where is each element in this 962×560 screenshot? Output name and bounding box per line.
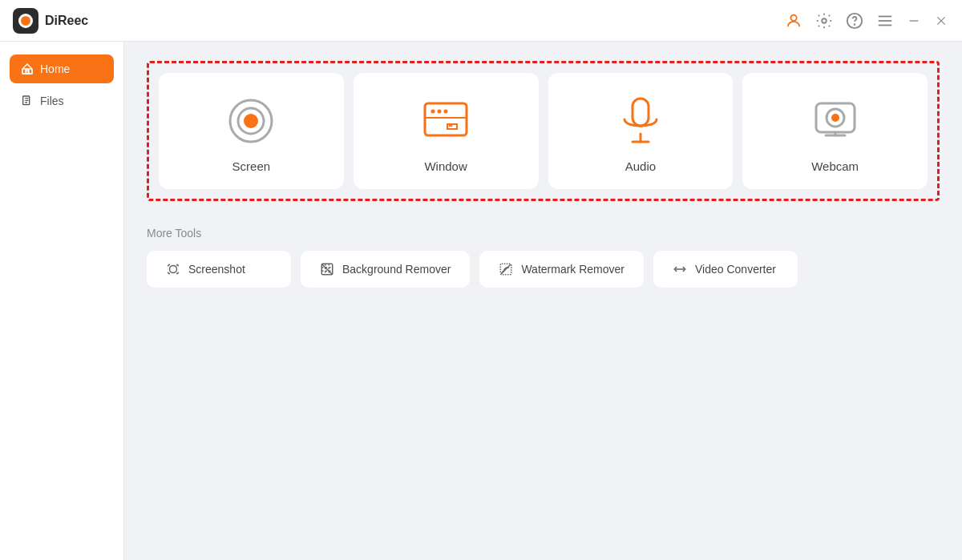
sidebar: Home Files	[0, 42, 124, 560]
svg-rect-10	[22, 69, 32, 74]
screenshot-label: Screenshot	[188, 263, 245, 276]
watermark-remover-icon	[499, 262, 513, 276]
svg-point-18	[444, 110, 448, 114]
app-name: DiReec	[45, 14, 88, 28]
screen-card[interactable]: Screen	[159, 73, 344, 189]
window-card[interactable]: Window	[354, 73, 539, 189]
files-icon	[21, 95, 34, 107]
svg-point-1	[822, 18, 827, 23]
svg-point-14	[244, 114, 258, 128]
screen-label: Screen	[232, 159, 271, 173]
screenshot-icon	[166, 262, 180, 276]
svg-rect-15	[425, 103, 467, 135]
screenshot-button[interactable]: Screenshot	[147, 251, 291, 288]
window-icon	[420, 95, 471, 147]
sidebar-files-label: Files	[40, 95, 64, 107]
webcam-label: Webcam	[811, 159, 859, 173]
close-button[interactable]	[933, 13, 949, 29]
titlebar-controls	[784, 11, 949, 30]
help-icon[interactable]	[845, 11, 864, 30]
audio-card[interactable]: Audio	[548, 73, 734, 189]
app-logo: DiReec	[13, 8, 88, 34]
main-content: Screen Window	[124, 42, 962, 560]
svg-point-17	[438, 110, 442, 114]
logo-icon	[13, 8, 38, 34]
sidebar-item-files[interactable]: Files	[10, 87, 114, 115]
svg-line-31	[177, 272, 179, 274]
svg-line-29	[177, 264, 179, 266]
svg-line-30	[168, 272, 169, 274]
settings-icon[interactable]	[814, 11, 834, 30]
tools-grid: Screenshot Background Remover	[147, 251, 940, 288]
video-converter-button[interactable]: Video Converter	[653, 251, 798, 288]
svg-rect-20	[633, 99, 649, 126]
more-tools-section: More Tools Screenshot	[147, 227, 940, 288]
svg-line-28	[168, 264, 169, 266]
recording-section: Screen Window	[147, 61, 940, 201]
menu-icon[interactable]	[875, 11, 895, 30]
audio-icon	[615, 95, 666, 147]
webcam-icon	[810, 95, 861, 147]
more-tools-title: More Tools	[147, 227, 940, 240]
svg-point-0	[790, 14, 796, 20]
sidebar-home-label: Home	[40, 62, 70, 75]
screen-icon	[225, 95, 277, 147]
logo-inner-circle	[18, 14, 33, 28]
app-body: Home Files Screen	[0, 42, 962, 560]
home-icon	[21, 62, 34, 75]
watermark-remover-label: Watermark Remover	[521, 263, 624, 276]
background-remover-button[interactable]: Background Remover	[301, 251, 470, 288]
sidebar-item-home[interactable]: Home	[10, 54, 114, 83]
svg-point-16	[431, 110, 435, 114]
svg-point-3	[855, 24, 855, 25]
background-remover-icon	[320, 262, 334, 276]
window-label: Window	[424, 159, 467, 173]
titlebar: DiReec	[0, 0, 962, 42]
svg-line-33	[321, 264, 333, 275]
audio-label: Audio	[625, 159, 656, 173]
watermark-remover-button[interactable]: Watermark Remover	[479, 251, 644, 288]
minimize-button[interactable]	[906, 13, 922, 29]
svg-point-25	[831, 114, 839, 122]
video-converter-icon	[673, 262, 687, 276]
user-icon[interactable]	[784, 11, 803, 30]
background-remover-label: Background Remover	[342, 263, 451, 276]
video-converter-label: Video Converter	[695, 263, 776, 276]
webcam-card[interactable]: Webcam	[742, 73, 928, 189]
